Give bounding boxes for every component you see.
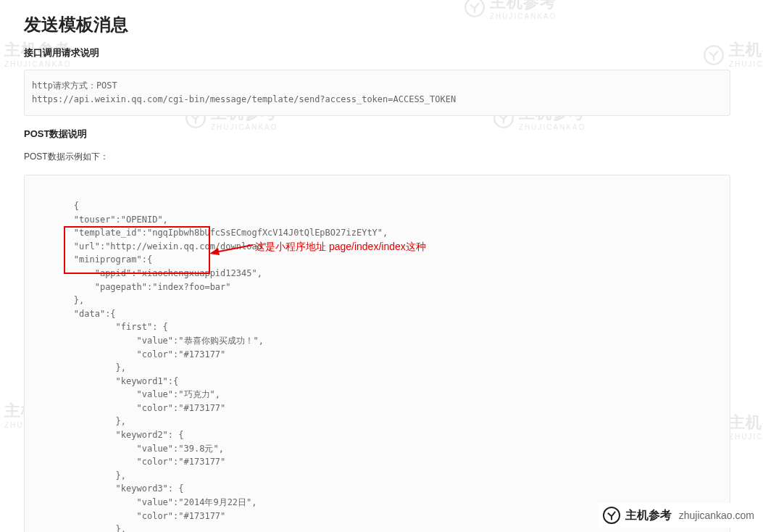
footer-logo-icon (602, 506, 621, 525)
request-code-block: http请求方式：POST https://api.weixin.qq.com/… (24, 70, 730, 116)
footer-brand-cn: 主机参考 (625, 508, 672, 523)
section-request-heading: 接口调用请求说明 (24, 46, 739, 59)
footer-url: zhujicankao.com (679, 510, 754, 521)
section-postdata-heading: POST数据说明 (24, 128, 739, 141)
page-title: 发送模板消息 (24, 13, 739, 36)
footer-badge: 主机参考 zhujicankao.com (598, 503, 759, 528)
json-code-block: { "touser":"OPENID", "template_id":"ngqI… (24, 175, 730, 532)
post-example-label: POST数据示例如下： (24, 151, 739, 163)
annotation-text: 这是小程序地址 page/index/index这种 (255, 239, 426, 255)
